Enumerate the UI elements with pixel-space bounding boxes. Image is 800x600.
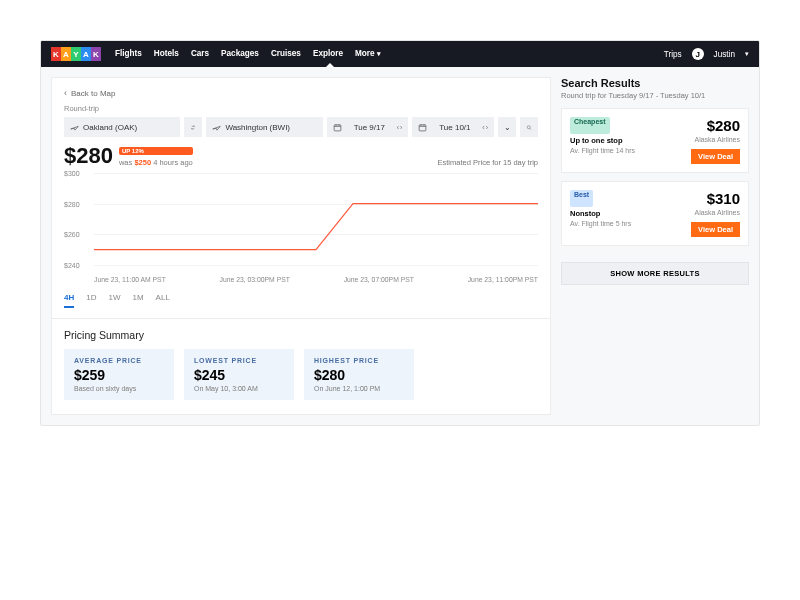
chart-y-tick: $300 [64,170,80,177]
deal-stops: Up to one stop [570,136,685,145]
deal-airline: Alaska Airlines [691,209,740,218]
nav-item-packages[interactable]: Packages [221,49,259,60]
view-deal-button[interactable]: View Deal [691,222,740,237]
swap-button[interactable] [184,117,202,137]
chart-y-tick: $240 [64,262,80,269]
origin-field[interactable]: Oakland (OAK) [64,117,180,137]
depart-value: Tue 9/17 [354,123,385,132]
chevron-right-icon[interactable]: › [400,124,402,131]
price-change-badge: UP 12% [119,147,193,155]
nav-item-cruises[interactable]: Cruises [271,49,301,60]
deal-tag: Cheapest [570,117,610,134]
summary-card-value: $245 [194,367,284,383]
summary-card: HIGHEST PRICE $280 On June 12, 1:00 PM [304,349,414,400]
estimate-note: Estimated Price for 15 day trip [438,158,538,167]
chevron-left-icon[interactable]: ‹ [482,124,484,131]
range-tab-1m[interactable]: 1M [132,293,143,308]
summary-card: AVERAGE PRICE $259 Based on sixty days [64,349,174,400]
deal-stops: Nonstop [570,209,685,218]
chevron-down-stepper[interactable]: ⌄ [498,117,516,137]
pricing-summary-title: Pricing Summary [64,329,538,341]
swap-icon [190,123,196,132]
chevron-right-icon[interactable]: › [486,124,488,131]
chevron-down-icon: ▾ [377,50,381,57]
calendar-icon [333,123,342,132]
deal-flight-time: Av. Flight time 14 hrs [570,147,685,164]
chevron-down-icon: ⌄ [504,123,511,132]
dest-field[interactable]: Washington (BWI) [206,117,322,137]
deal-flight-time: Av. Flight time 5 hrs [570,220,685,237]
summary-card: LOWEST PRICE $245 On May 10, 3:00 AM [184,349,294,400]
svg-point-2 [527,125,530,128]
plane-icon [212,123,221,132]
current-price: $280 [64,145,113,167]
results-title: Search Results [561,77,749,89]
chart-y-tick: $280 [64,200,80,207]
deal-price: $310 [691,190,740,207]
range-tab-all[interactable]: ALL [156,293,170,308]
view-deal-button[interactable]: View Deal [691,149,740,164]
calendar-icon [418,123,427,132]
chart-x-tick: June 23, 11:00 AM PST [94,276,166,283]
range-tabs: 4H1D1W1MALL [64,293,538,308]
deal-card: Cheapest $280 Up to one stop Alaska Airl… [561,108,749,173]
search-icon [526,123,532,132]
results-subtitle: Round trip for Tuesday 9/17 - Tuesday 10… [561,91,749,100]
chart-x-tick: June 23, 11:00PM PST [468,276,538,283]
svg-rect-1 [420,124,427,130]
summary-card-sub: On May 10, 3:00 AM [194,385,284,392]
summary-card-label: LOWEST PRICE [194,357,284,364]
avatar[interactable]: J [692,48,704,60]
summary-card-label: AVERAGE PRICE [74,357,164,364]
nav-items: FlightsHotelsCarsPackagesCruisesExploreM… [115,49,381,60]
deal-airline: Alaska Airlines [691,136,740,145]
chevron-left-icon[interactable]: ‹ [397,124,399,131]
deal-price: $280 [691,117,740,134]
deal-tag: Best [570,190,593,207]
search-button[interactable] [520,117,538,137]
summary-card-value: $259 [74,367,164,383]
depart-date-field[interactable]: Tue 9/17 ‹› [327,117,409,137]
nav-item-cars[interactable]: Cars [191,49,209,60]
price-was-line: was $250 4 hours ago [119,158,193,167]
range-tab-1w[interactable]: 1W [108,293,120,308]
divider [52,318,550,319]
show-more-results-button[interactable]: SHOW MORE RESULTS [561,262,749,285]
range-tab-1d[interactable]: 1D [86,293,96,308]
summary-card-sub: On June 12, 1:00 PM [314,385,404,392]
chart-x-tick: June 23, 07:00PM PST [344,276,414,283]
origin-value: Oakland (OAK) [83,123,137,132]
back-to-map-link[interactable]: ‹ Back to Map [64,88,538,98]
top-nav: KAYAK FlightsHotelsCarsPackagesCruisesEx… [41,41,759,67]
svg-rect-0 [334,124,341,130]
main-panel: ‹ Back to Map Round-trip Oakland (OAK) W… [51,77,551,415]
plane-icon [70,123,79,132]
search-row: Oakland (OAK) Washington (BWI) Tue 9/17 … [64,117,538,137]
deal-card: Best $310 Nonstop Alaska Airlines Av. Fl… [561,181,749,246]
nav-item-more[interactable]: More ▾ [355,49,381,60]
back-label: Back to Map [71,89,115,98]
nav-item-hotels[interactable]: Hotels [154,49,179,60]
summary-card-sub: Based on sixty days [74,385,164,392]
summary-card-value: $280 [314,367,404,383]
nav-item-flights[interactable]: Flights [115,49,142,60]
chevron-down-icon[interactable]: ▾ [745,50,749,58]
results-panel: Search Results Round trip for Tuesday 9/… [561,77,749,415]
nav-item-explore[interactable]: Explore [313,49,343,60]
price-history-chart[interactable]: $240$260$280$300June 23, 11:00 AM PSTJun… [64,173,538,283]
nav-trips[interactable]: Trips [664,50,682,59]
app-window: KAYAK FlightsHotelsCarsPackagesCruisesEx… [40,40,760,426]
chevron-left-icon: ‹ [64,88,67,98]
brand-logo[interactable]: KAYAK [51,47,101,61]
range-tab-4h[interactable]: 4H [64,293,74,308]
chart-x-tick: June 23, 03:00PM PST [220,276,290,283]
nav-username[interactable]: Justin [714,50,735,59]
return-date-field[interactable]: Tue 10/1 ‹› [412,117,494,137]
return-value: Tue 10/1 [439,123,470,132]
trip-type[interactable]: Round-trip [64,104,538,113]
summary-card-label: HIGHEST PRICE [314,357,404,364]
summary-cards: AVERAGE PRICE $259 Based on sixty daysLO… [64,349,538,400]
chart-y-tick: $260 [64,231,80,238]
dest-value: Washington (BWI) [225,123,290,132]
